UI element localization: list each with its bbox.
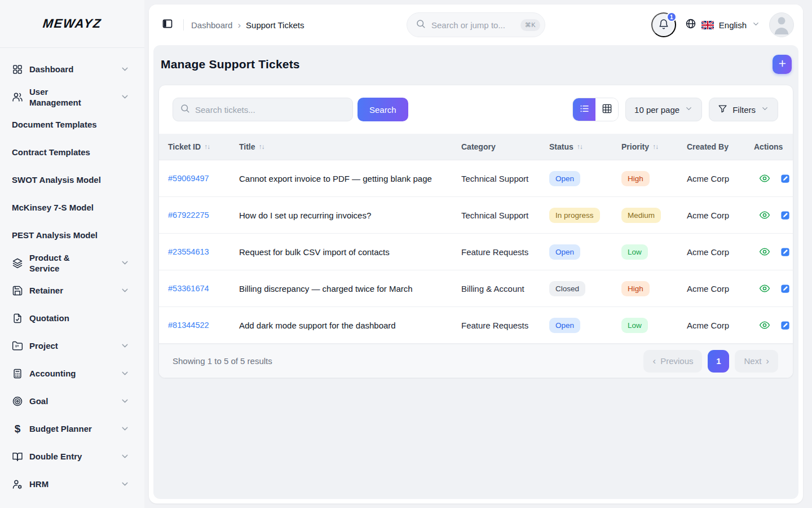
- users-icon: [12, 91, 23, 103]
- ticket-id-link[interactable]: #53361674: [168, 284, 239, 293]
- view-ticket-button[interactable]: [759, 246, 770, 257]
- sidebar-item-product-service[interactable]: Product & Service: [12, 249, 130, 277]
- funnel-icon: [718, 104, 727, 115]
- sidebar-item-label: SWOT Analysis Model: [12, 174, 101, 185]
- sidebar-item-swot-analysis-model[interactable]: SWOT Analysis Model: [12, 166, 130, 194]
- sidebar-item-quotation[interactable]: Quotation: [12, 304, 130, 332]
- sidebar-item-goal[interactable]: Goal: [12, 387, 130, 415]
- sidebar-toggle-button[interactable]: [159, 16, 176, 33]
- column-header-category: Category: [461, 142, 549, 151]
- priority-cell: Low: [621, 244, 687, 260]
- sort-icon: ↑↓: [577, 143, 582, 151]
- brand-logo: MEWAYZ: [42, 16, 103, 31]
- sidebar-item-double-entry[interactable]: Double Entry: [12, 443, 130, 470]
- dollar-icon: $: [12, 423, 23, 435]
- plus-icon: [778, 59, 787, 70]
- chevron-left-icon: ‹: [652, 356, 656, 366]
- sidebar-item-hrm[interactable]: HRM: [12, 470, 130, 498]
- sidebar-item-label: Project: [29, 340, 58, 351]
- ticket-category: Feature Requests: [461, 321, 549, 330]
- language-label: English: [719, 20, 747, 30]
- globe-icon: [685, 18, 696, 32]
- view-ticket-button[interactable]: [759, 319, 770, 331]
- edit-ticket-button[interactable]: [780, 283, 791, 294]
- sidebar-item-label: Goal: [29, 396, 48, 406]
- priority-badge: Low: [621, 318, 648, 333]
- page-title: Manage Support Tickets: [161, 58, 300, 71]
- edit-ticket-button[interactable]: [780, 247, 791, 257]
- edit-ticket-button[interactable]: [780, 210, 791, 221]
- ticket-created-by: Acme Corp: [687, 321, 754, 330]
- sidebar-item-user-management[interactable]: User Management: [12, 83, 130, 111]
- priority-badge: High: [621, 171, 650, 186]
- status-badge: Open: [549, 318, 580, 333]
- breadcrumb-dashboard[interactable]: Dashboard: [191, 20, 232, 30]
- page-1-button[interactable]: 1: [708, 350, 729, 373]
- sidebar-item-label: HRM: [29, 479, 48, 489]
- priority-badge: High: [621, 281, 650, 296]
- ticket-category: Technical Support: [461, 211, 549, 220]
- ticket-id-link[interactable]: #59069497: [168, 174, 239, 183]
- sidebar-item-pest-analysis-model[interactable]: PEST Analysis Model: [12, 221, 130, 249]
- previous-button[interactable]: ‹ Previous: [643, 350, 702, 373]
- ticket-title: Request for bulk CSV import of contacts: [239, 247, 461, 257]
- sidebar-item-project[interactable]: Project: [12, 332, 130, 360]
- sidebar-item-label: PEST Analysis Model: [12, 230, 98, 240]
- ticket-title: How do I set up recurring invoices?: [239, 211, 461, 220]
- priority-badge: Medium: [621, 208, 661, 223]
- ticket-id-link[interactable]: #81344522: [168, 321, 239, 330]
- priority-cell: High: [621, 171, 687, 186]
- status-badge: Closed: [549, 281, 585, 296]
- edit-ticket-button[interactable]: [780, 320, 791, 331]
- column-header-title[interactable]: Title↑↓: [239, 142, 461, 151]
- next-button[interactable]: Next ›: [735, 350, 778, 373]
- avatar[interactable]: [769, 12, 794, 37]
- table-row: #81344522Add dark mode support for the d…: [159, 307, 793, 344]
- sidebar-item-retainer[interactable]: Retainer: [12, 277, 130, 304]
- column-header-status[interactable]: Status↑↓: [549, 142, 621, 151]
- notifications-button[interactable]: 1: [651, 12, 676, 37]
- sidebar-item-label: Budget Planner: [29, 423, 92, 434]
- sidebar-item-budget-planner[interactable]: $Budget Planner: [12, 415, 130, 443]
- view-ticket-button[interactable]: [759, 209, 770, 221]
- sidebar-item-label: Double Entry: [29, 451, 82, 462]
- chevron-down-icon: [120, 452, 130, 461]
- grid-view-button[interactable]: [595, 98, 618, 121]
- sidebar-item-accounting[interactable]: Accounting: [12, 360, 130, 387]
- sidebar-item-label: McKinsey 7-S Model: [12, 202, 94, 213]
- ticket-id-link[interactable]: #23554613: [168, 247, 239, 256]
- breadcrumb-separator: ›: [237, 20, 241, 30]
- sidebar-item-mckinsey-7-s-model[interactable]: McKinsey 7-S Model: [12, 194, 130, 221]
- search-button[interactable]: Search: [358, 98, 408, 121]
- list-icon: [579, 103, 590, 116]
- column-header-priority[interactable]: Priority↑↓: [621, 142, 687, 151]
- ticket-search-field[interactable]: [173, 98, 353, 121]
- filters-button[interactable]: Filters: [709, 98, 778, 121]
- sidebar-item-label: Accounting: [29, 368, 76, 379]
- sidebar-item-label: User Management: [29, 86, 89, 108]
- breadcrumb: Dashboard › Support Tickets: [191, 20, 304, 30]
- column-header-ticket-id[interactable]: Ticket ID↑↓: [168, 142, 239, 151]
- add-ticket-button[interactable]: [773, 55, 792, 74]
- priority-cell: Low: [621, 318, 687, 333]
- sidebar-item-document-templates[interactable]: Document Templates: [12, 111, 130, 138]
- edit-ticket-button[interactable]: [780, 173, 791, 184]
- view-ticket-button[interactable]: [759, 173, 770, 184]
- file-check-icon: [12, 313, 23, 324]
- list-view-button[interactable]: [573, 98, 595, 121]
- actions-cell: [754, 319, 793, 331]
- chevron-down-icon: [120, 341, 130, 351]
- sidebar-item-dashboard[interactable]: Dashboard: [12, 55, 130, 83]
- main-card: Dashboard › Support Tickets Search or ju…: [149, 5, 803, 503]
- panel-left-icon: [162, 18, 173, 32]
- table-row: #67922275How do I set up recurring invoi…: [159, 197, 793, 234]
- view-ticket-button[interactable]: [759, 283, 770, 294]
- ticket-id-link[interactable]: #67922275: [168, 211, 239, 220]
- global-search[interactable]: Search or jump to... ⌘K: [407, 12, 545, 37]
- priority-cell: Medium: [621, 208, 687, 223]
- per-page-select[interactable]: 10 per page: [625, 98, 702, 121]
- ticket-search-input[interactable]: [195, 105, 346, 115]
- sidebar-item-contract-templates[interactable]: Contract Templates: [12, 138, 130, 166]
- filters-label: Filters: [732, 105, 756, 115]
- language-selector[interactable]: English: [684, 18, 761, 32]
